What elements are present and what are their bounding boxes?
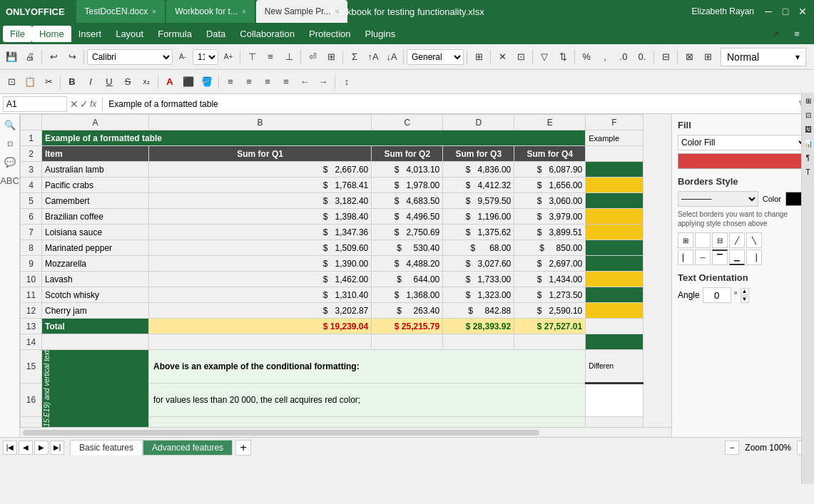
border-all-button[interactable]: ⊟: [712, 232, 728, 248]
border-top-button[interactable]: ▔: [712, 250, 728, 265]
cell-d8[interactable]: $ 68.00: [443, 240, 514, 256]
sheet-nav-first[interactable]: |◀: [3, 441, 17, 455]
menu-plugins[interactable]: Plugins: [358, 26, 403, 42]
cell-b13[interactable]: $ 19,239.04: [149, 319, 372, 334]
cell-a7[interactable]: Loisiana sauce: [42, 225, 149, 240]
cell-e2[interactable]: Sum for Q4: [514, 146, 586, 162]
border-none-button[interactable]: [695, 232, 711, 248]
cut-button[interactable]: ✂: [40, 73, 57, 91]
maximize-button[interactable]: □: [780, 6, 791, 17]
menu-file[interactable]: File: [3, 26, 32, 42]
cell-c9[interactable]: $ 4,488.20: [372, 256, 443, 272]
col-header-c[interactable]: C: [372, 115, 443, 130]
cell-f4[interactable]: [586, 178, 643, 193]
cell-f15[interactable]: Differen: [586, 350, 643, 384]
col-header-b[interactable]: B: [149, 115, 372, 130]
sheet-tab-advanced[interactable]: Advanced features: [143, 440, 233, 456]
cell-style-button[interactable]: ⊞: [699, 48, 716, 66]
cell-a1[interactable]: Example of a formatted table: [42, 130, 586, 146]
cell-format-button[interactable]: ⊞: [470, 48, 487, 66]
undo-button[interactable]: ↩: [45, 48, 62, 66]
cell-e12[interactable]: $ 2,590.10: [514, 303, 586, 319]
font-size-select[interactable]: 11: [193, 49, 218, 65]
cell-c2[interactable]: Sum for Q2: [372, 146, 443, 162]
horizontal-scrollbar[interactable]: [20, 427, 671, 437]
cell-b11[interactable]: $ 1,310.40: [149, 287, 372, 303]
tab-testdoc[interactable]: TestDocEN.docx ×: [76, 0, 166, 23]
cell-a14[interactable]: [42, 334, 149, 350]
redo-button[interactable]: ↪: [63, 48, 81, 66]
cell-f13[interactable]: [586, 319, 643, 334]
cell-c7[interactable]: $ 2,750.69: [372, 225, 443, 240]
tab-workbook-close[interactable]: ×: [242, 8, 246, 16]
cell-d12[interactable]: $ 842.88: [443, 303, 514, 319]
cell-d10[interactable]: $ 1,733.00: [443, 272, 514, 287]
font-size-increase[interactable]: A+: [220, 48, 237, 66]
cell-b14[interactable]: [149, 334, 372, 350]
cell-e7[interactable]: $ 3,899.51: [514, 225, 586, 240]
align-center-button[interactable]: ≡: [240, 73, 258, 91]
panel-icon-6[interactable]: T: [803, 167, 813, 177]
decrease-decimal[interactable]: 0.: [634, 48, 651, 66]
align-bottom-button[interactable]: ⊥: [280, 48, 297, 66]
cell-c5[interactable]: $ 4,683.50: [372, 193, 443, 209]
cell-c11[interactable]: $ 1,368.00: [372, 287, 443, 303]
formula-input[interactable]: [108, 99, 791, 109]
menu-data[interactable]: Data: [199, 26, 233, 42]
tab-workbook[interactable]: Workbook for t... ×: [166, 0, 255, 23]
menu-extra-button[interactable]: ≡: [788, 25, 805, 42]
cell-e13[interactable]: $ 27,527.01: [514, 319, 586, 334]
font-family-select[interactable]: Calibri: [87, 49, 173, 65]
cell-a3[interactable]: Australian lamb: [42, 162, 149, 178]
cell-f5[interactable]: [586, 193, 643, 209]
cell-d13[interactable]: $ 28,393.92: [443, 319, 514, 334]
conditional-format-button[interactable]: ⊠: [681, 48, 698, 66]
cell-f6[interactable]: [586, 209, 643, 225]
cell-f9[interactable]: [586, 256, 643, 272]
sidebar-unknown1-icon[interactable]: ⊡: [2, 135, 18, 151]
cell-e6[interactable]: $ 3,979.00: [514, 209, 586, 225]
cell-b16[interactable]: for values less than 20 000, the cell ac…: [149, 384, 586, 417]
panel-icon-5[interactable]: ¶: [803, 153, 813, 163]
panel-icon-4[interactable]: 📊: [803, 138, 813, 148]
format-table-button[interactable]: ⊡: [512, 48, 529, 66]
formula-confirm-icon[interactable]: ✓: [80, 98, 88, 110]
cell-f10[interactable]: [586, 272, 643, 287]
border-left-button[interactable]: ▏: [678, 250, 693, 265]
align-right-button[interactable]: ≡: [259, 73, 276, 91]
cell-e5[interactable]: $ 3,060.00: [514, 193, 586, 209]
align-middle-button[interactable]: ≡: [262, 48, 279, 66]
sort-button[interactable]: ⇅: [554, 48, 571, 66]
add-sheet-button[interactable]: +: [235, 440, 251, 456]
fill-color-button[interactable]: 🪣: [198, 73, 215, 91]
underline-button[interactable]: U: [101, 73, 118, 91]
cell-f12[interactable]: [586, 303, 643, 319]
border-style-select[interactable]: ───── - - - - ·····: [678, 191, 758, 207]
cell-d5[interactable]: $ 9,579.50: [443, 193, 514, 209]
cell-a9[interactable]: Mozzarella: [42, 256, 149, 272]
sidebar-search-icon[interactable]: 🔍: [2, 117, 18, 133]
minimize-button[interactable]: ─: [763, 6, 774, 17]
border-bottom-button[interactable]: ▁: [729, 250, 745, 265]
formula-cancel-icon[interactable]: ✕: [70, 98, 78, 110]
angle-up-button[interactable]: ▲: [741, 288, 749, 295]
cell-d3[interactable]: $ 4,836.00: [443, 162, 514, 178]
cell-d2[interactable]: Sum for Q3: [443, 146, 514, 162]
number-format-select[interactable]: General: [407, 49, 464, 65]
insert-table-button[interactable]: ⊟: [657, 48, 674, 66]
cell-f8[interactable]: [586, 240, 643, 256]
cell-b17[interactable]: for values higher than 28 000 - green;: [149, 417, 586, 428]
close-button[interactable]: ✕: [797, 6, 808, 17]
cell-b2[interactable]: Sum for Q1: [149, 146, 372, 162]
angle-input[interactable]: [703, 287, 731, 303]
border-diagonal1-button[interactable]: ╱: [729, 232, 745, 248]
cell-e11[interactable]: $ 1,273.50: [514, 287, 586, 303]
menu-formula[interactable]: Formula: [151, 26, 199, 42]
fill-type-select[interactable]: Color Fill: [678, 135, 808, 150]
cell-f7[interactable]: [586, 225, 643, 240]
cell-d14[interactable]: [443, 334, 514, 350]
angle-down-button[interactable]: ▼: [741, 296, 749, 303]
italic-button[interactable]: I: [82, 73, 99, 91]
increase-decimal[interactable]: .0: [615, 48, 632, 66]
cell-c13[interactable]: $ 25,215.79: [372, 319, 443, 334]
